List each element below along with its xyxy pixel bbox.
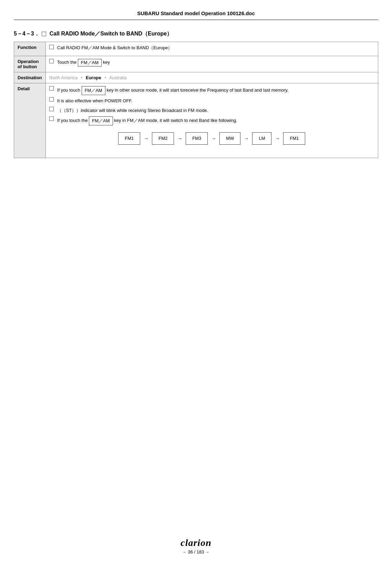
page-footer: clarion － 36 / 183 － [0,537,392,555]
dest-north-america: North America [49,75,78,80]
detail-line-2: It is also effective when POWER OFF. [49,97,374,105]
detail-key-1: FM／AM [82,86,105,95]
band-fm1-start: FM1 [118,132,140,145]
operation-content: Touch the FM／AM key [45,56,378,72]
section-number: 5－4－3． [14,30,40,38]
section-heading: Call RADIO Mode／Switch to BAND（Europe） [50,30,172,38]
arrow-3: → [211,135,216,143]
page-number: － 36 / 183 － [0,549,392,555]
detail-text-3: （（ST））indicator will blink while receivi… [57,107,374,114]
operation-row: Operationof button Touch the FM／AM key [14,56,378,72]
detail-text-2: It is also effective when POWER OFF. [57,97,374,105]
destination-content: North America • Europe • Australia [45,72,378,83]
dest-australia: Australia [109,75,127,80]
operation-checkbox [49,59,54,63]
operation-label: Operationof button [14,56,46,72]
detail-line-3: （（ST））indicator will blink while receivi… [49,107,374,114]
detail-checkbox-2 [49,97,54,102]
detail-content: If you touch FM／AM key in other source m… [45,83,378,158]
function-checkbox [49,45,54,49]
section-title: 5－4－3． Call RADIO Mode／Switch to BAND（Eu… [14,30,378,38]
operation-line: Touch the FM／AM key [49,59,374,66]
band-fm1-end: FM1 [283,132,305,145]
operation-text: Touch the FM／AM key [57,59,374,66]
arrow-1: → [144,135,148,143]
page-header: SUBARU Standard model Operation 100126.d… [14,10,378,20]
band-lm: LM [252,132,271,145]
detail-text-1: If you touch FM／AM key in other source m… [57,86,374,95]
section-checkbox [42,32,46,36]
dest-dot2: • [104,75,106,80]
main-table: Function Call RADIO FM／AM Mode & Switch … [14,42,378,158]
function-text: Call RADIO FM／AM Mode & Switch to BAND（E… [57,45,374,51]
function-row: Function Call RADIO FM／AM Mode & Switch … [14,42,378,56]
detail-key-4: FM／AM [89,116,113,125]
clarion-logo: clarion [0,537,392,548]
function-line: Call RADIO FM／AM Mode & Switch to BAND（E… [49,45,374,51]
destination-label: Destination [14,72,46,83]
detail-checkbox-3 [49,107,54,111]
detail-label: Detail [14,83,46,158]
detail-text-4: If you touch the FM／AM key in FM／AM mode… [57,116,374,125]
destination-row: Destination North America • Europe • Aus… [14,72,378,83]
band-fm2: FM2 [152,132,174,145]
band-flow: FM1 → FM2 → FM3 → MW → LM → FM1 [49,132,374,145]
dest-dot1: • [81,75,83,80]
band-mw: MW [219,132,240,145]
detail-checkbox-1 [49,86,54,91]
detail-line-1: If you touch FM／AM key in other source m… [49,86,374,95]
dest-europe: Europe [86,75,101,80]
band-fm3: FM3 [186,132,208,145]
detail-line-4: If you touch the FM／AM key in FM／AM mode… [49,116,374,125]
operation-key: FM／AM [78,59,102,66]
detail-row: Detail If you touch FM／AM key in other s… [14,83,378,158]
detail-checkbox-4 [49,116,54,121]
header-title: SUBARU Standard model Operation 100126.d… [137,10,255,16]
function-content: Call RADIO FM／AM Mode & Switch to BAND（E… [45,42,378,56]
arrow-4: → [244,135,249,143]
function-label: Function [14,42,46,56]
arrow-5: → [275,135,280,143]
arrow-2: → [177,135,182,143]
